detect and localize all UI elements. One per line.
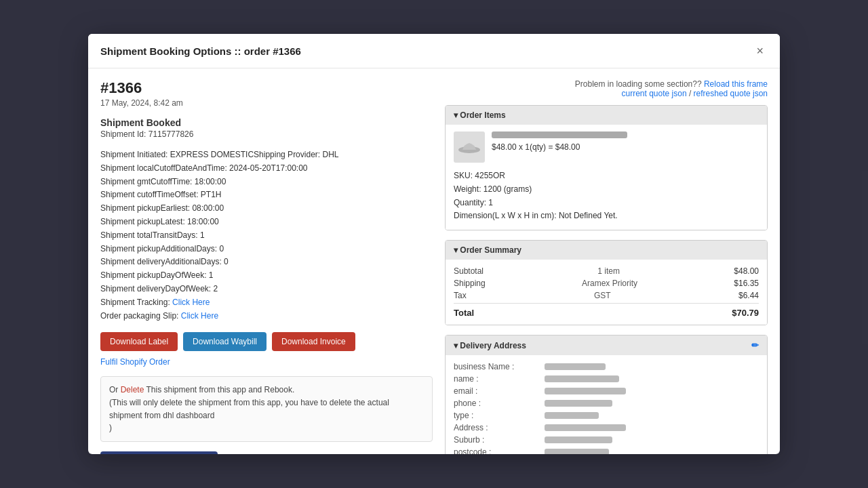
item-sku: SKU: 4255OR [454,169,759,183]
postcode-row: postcode : [454,447,759,454]
tax-row: Tax GST $6.44 [454,291,759,300]
total-label: Total [454,308,474,318]
shipment-id-label: Shipment Id: [100,129,146,139]
item-meta: SKU: 4255OR Weight: 1200 (grams) Quantit… [454,169,759,223]
business-name-row: business Name : [454,362,759,371]
item-thumbnail [454,131,485,163]
item-name-bar [492,131,627,138]
modal-header: Shipment Booking Options :: order #1366 … [88,34,780,68]
email-value-bar [545,388,626,394]
type-row: type : [454,411,759,420]
shipment-details: Shipment Initiated: EXPRESS DOMESTICShip… [100,148,433,323]
address-row: Address : [454,423,759,432]
close-button[interactable]: × [752,43,768,58]
reload-frame-link[interactable]: Reload this frame [704,79,768,89]
edit-address-icon[interactable]: ✏ [751,340,759,350]
subtotal-qty: 1 item [597,266,620,276]
download-label-button[interactable]: Download Label [100,332,178,351]
modal-dialog: Shipment Booking Options :: order #1366 … [88,34,780,454]
detail-line-4: Shipment pickupEarliest: 08:00:00 [100,202,433,216]
delete-link[interactable]: Delete [121,385,144,394]
modal-body: #1366 17 May, 2024, 8:42 am Shipment Boo… [88,68,780,454]
address-label: Address : [454,423,542,432]
order-summary-header: ▾ Order Summary [446,241,767,260]
left-panel: #1366 17 May, 2024, 8:42 am Shipment Boo… [100,79,433,454]
packaging-line: Order packaging Slip: Click Here [100,310,433,323]
name-row: name : [454,374,759,384]
delivery-address-header: ▾ Delivery Address ✏ [446,336,767,355]
tracking-label: Shipment Tracking: [100,298,170,307]
shipment-status: Shipment Booked [100,117,433,128]
order-summary-body: Subtotal 1 item $48.00 Shipping Aramex P… [446,260,767,325]
phone-row: phone : [454,399,759,408]
delivery-address-header-label: ▾ Delivery Address [454,341,526,350]
suburb-label: Suburb : [454,435,542,445]
item-price: $48.00 x 1(qty) = $48.00 [492,142,759,152]
delete-prefix: Or [109,385,118,394]
delete-note: (This will only delete the shipment from… [109,396,424,422]
order-items-section: ▾ Order Items [445,105,768,230]
packaging-link[interactable]: Click Here [181,311,218,321]
email-label: email : [454,386,542,396]
subtotal-row: Subtotal 1 item $48.00 [454,266,759,276]
postcode-label: postcode : [454,447,542,454]
detail-line-10: Shipment deliveryDayOfWeek: 2 [100,283,433,296]
detail-line-9: Shipment pickupDayOfWeek: 1 [100,269,433,283]
tax-label: Tax [454,291,467,300]
delivery-address-body: business Name : name : email : [446,355,767,454]
book-another-button[interactable]: Book Another Shipment [100,451,218,454]
detail-line-7: Shipment pickupAdditionalDays: 0 [100,243,433,256]
packaging-label: Order packaging Slip: [100,311,178,321]
order-summary-section: ▾ Order Summary Subtotal 1 item $48.00 S… [445,240,768,325]
detail-line-0: Shipment Initiated: EXPRESS DOMESTICShip… [100,148,433,162]
order-summary-header-label: ▾ Order Summary [454,245,521,255]
delete-section: Or Delete This shipment from this app an… [100,376,433,441]
order-items-header-label: ▾ Order Items [454,110,506,120]
modal-inner: #1366 17 May, 2024, 8:42 am Shipment Boo… [88,68,780,454]
download-waybill-button[interactable]: Download Waybill [183,332,267,351]
tax-method: GST [594,291,611,300]
current-quote-link[interactable]: current quote json [622,89,687,98]
fulfil-shopify-container: Fulfil Shopify Order [100,357,433,367]
suburb-value-bar [545,436,612,443]
delivery-address-section: ▾ Delivery Address ✏ business Name : nam… [445,335,768,454]
business-name-label: business Name : [454,362,542,371]
refreshed-quote-link[interactable]: refreshed quote json [694,89,768,98]
name-value-bar [545,375,619,382]
delete-close: ) [109,422,424,434]
type-value-bar [545,412,599,419]
item-quantity: Quantity: 1 [454,197,759,210]
fulfil-shopify-link[interactable]: Fulfil Shopify Order [100,357,170,367]
item-dimension: Dimension(L x W x H in cm): Not Defined … [454,209,759,223]
business-name-value-bar [545,363,606,370]
address-value-bar [545,424,626,431]
modal-scroll[interactable]: #1366 17 May, 2024, 8:42 am Shipment Boo… [88,68,780,454]
modal-overlay: Shipment Booking Options :: order #1366 … [0,0,868,488]
phone-value-bar [545,400,612,407]
shipping-row: Shipping Aramex Priority $16.35 [454,279,759,288]
quote-separator: / [689,89,694,98]
phone-label: phone : [454,399,542,408]
detail-line-3: Shipment cutoffTimeOffset: PT1H [100,188,433,202]
detail-line-8: Shipment deliveryAdditionalDays: 0 [100,256,433,269]
shipping-method: Aramex Priority [582,279,637,288]
problem-area: Problem in loading some section?? Reload… [445,79,768,98]
shipment-id: Shipment Id: 7115777826 [100,129,433,139]
shipment-id-value: 7115777826 [149,129,194,139]
item-weight: Weight: 1200 (grams) [454,183,759,197]
delete-line1: Or Delete This shipment from this app an… [109,384,424,396]
download-invoice-button[interactable]: Download Invoice [272,332,355,351]
detail-line-1: Shipment localCutoffDateAndTime: 2024-05… [100,162,433,176]
order-items-header: ▾ Order Items [446,106,767,125]
delete-suffix: This shipment from this app and Rebook. [146,385,295,394]
order-item-row: $48.00 x 1(qty) = $48.00 [454,131,759,163]
order-number: #1366 [100,79,433,97]
email-row: email : [454,386,759,396]
total-row: Total $70.79 [454,303,759,318]
order-items-body: $48.00 x 1(qty) = $48.00 SKU: 4255OR Wei… [446,125,767,230]
tracking-link[interactable]: Click Here [172,298,210,307]
right-panel: Problem in loading some section?? Reload… [445,79,768,454]
item-info: $48.00 x 1(qty) = $48.00 [492,131,759,152]
tracking-line: Shipment Tracking: Click Here [100,296,433,310]
name-label: name : [454,374,542,384]
